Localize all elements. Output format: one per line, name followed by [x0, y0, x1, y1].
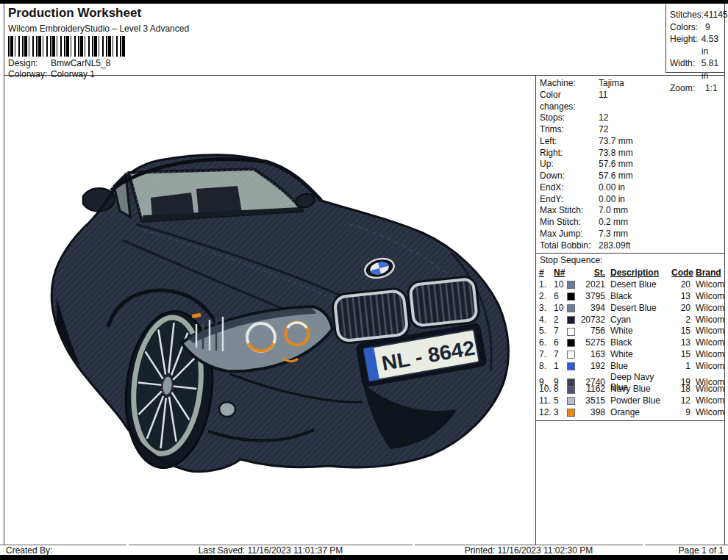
color-swatch [567, 409, 575, 417]
row-stitches: 5275 [579, 337, 605, 348]
fog-light [219, 402, 235, 417]
stop-sequence-row: 8.1192Blue1Wilcom [536, 360, 724, 372]
stop-sequence-label: Stop Sequence: [536, 254, 724, 266]
summary-label: Height: [670, 33, 702, 57]
machine-info-row: Min Stitch:0.2 mm [540, 217, 724, 229]
row-description: Cyan [605, 315, 671, 325]
row-n: 6 [554, 337, 567, 348]
info-value: 73.7 mm [599, 136, 633, 148]
row-stitches: 756 [579, 326, 605, 336]
machine-info-row: Down:57.6 mm [540, 170, 724, 182]
color-swatch [567, 397, 575, 405]
info-value: 7.0 mm [599, 205, 628, 217]
info-value: 57.6 mm [599, 159, 633, 170]
row-num: 6. [539, 337, 554, 348]
row-stitches: 20732 [579, 315, 605, 325]
color-swatch [567, 362, 575, 370]
info-label: Color changes: [540, 90, 599, 113]
stop-sequence-header: # N# St. Description Code Brand [536, 266, 724, 279]
color-swatch [567, 304, 575, 312]
colorway-value: Colorway 1 [51, 69, 95, 79]
created-by: Created By: [0, 545, 126, 555]
row-description: Desert Blue [605, 279, 671, 290]
stop-sequence-row: 4.220732Cyan2Wilcom [536, 314, 724, 326]
row-brand: Wilcom [690, 337, 724, 348]
color-swatch [567, 281, 575, 289]
info-label: Min Stitch: [540, 217, 599, 229]
col-n: N# [554, 268, 567, 278]
info-value: 0.2 mm [599, 217, 628, 229]
barcode-icon [8, 36, 126, 57]
info-label: Max Jump: [540, 229, 599, 240]
row-code: 18 [671, 384, 690, 394]
info-value: 0.00 in [599, 182, 625, 194]
row-num: 7. [539, 349, 554, 359]
stop-sequence-row: 3.10394Desert Blue20Wilcom [536, 302, 724, 314]
row-brand: Wilcom [690, 361, 724, 371]
info-label: Total Bobbin: [540, 240, 599, 252]
row-stitches: 394 [579, 303, 605, 313]
row-code: 15 [671, 326, 690, 336]
info-label: EndY: [540, 194, 599, 206]
stop-sequence-row: 2.63795Black13Wilcom [536, 290, 724, 302]
row-code: 20 [671, 279, 690, 290]
row-num: 2. [539, 291, 554, 301]
row-code: 13 [671, 337, 690, 348]
row-stitches: 1162 [579, 384, 605, 394]
row-n: 8 [554, 384, 567, 394]
row-stitches: 3515 [579, 395, 605, 406]
machine-info-row: Max Stitch:7.0 mm [540, 205, 724, 217]
info-value: 72 [599, 124, 608, 136]
machine-info-row: EndX:0.00 in [540, 182, 724, 194]
col-num: # [539, 268, 554, 278]
col-description: Description [605, 268, 671, 278]
page-title: Production Worksheet [8, 6, 141, 21]
summary-value: 41145 [704, 9, 727, 21]
color-swatch [567, 351, 575, 359]
info-value: 73.8 mm [599, 148, 633, 159]
row-description: White [605, 349, 671, 359]
summary-label: Stitches: [670, 9, 704, 21]
colorway-label: Colorway: [8, 69, 51, 79]
row-code: 13 [671, 291, 690, 301]
row-description: Black [605, 291, 671, 301]
stop-sequence-row: 9.92740Deep Navy Blue19Wilcom [536, 372, 724, 384]
stop-sequence-row: 5.7756White15Wilcom [536, 325, 724, 337]
info-label: EndX: [540, 182, 599, 194]
row-brand: Wilcom [690, 384, 724, 394]
info-value: 57.6 mm [599, 170, 633, 182]
stop-sequence-row: 1.102021Desert Blue20Wilcom [536, 279, 724, 290]
app-subtitle: Wilcom EmbroideryStudio – Level 3 Advanc… [8, 24, 189, 34]
machine-info-row: Left:73.7 mm [540, 136, 724, 148]
col-brand: Brand [690, 268, 724, 278]
row-brand: Wilcom [690, 395, 724, 406]
color-swatch [567, 292, 575, 301]
row-num: 8. [539, 361, 554, 371]
row-description: Powder Blue [605, 395, 671, 406]
info-label: Down: [540, 170, 599, 182]
row-code: 15 [671, 349, 690, 359]
row-num: 1. [539, 279, 554, 290]
info-value: 7.3 mm [599, 229, 628, 240]
row-stitches: 2021 [579, 279, 605, 290]
colorway-row: Colorway: Colorway 1 [8, 69, 95, 79]
color-swatch [567, 386, 575, 394]
left-mirror [83, 188, 114, 211]
info-value: Tajima [599, 78, 624, 90]
design-label: Design: [8, 58, 51, 68]
row-stitches: 192 [579, 361, 605, 371]
row-brand: Wilcom [690, 279, 724, 290]
summary-row: Stitches:41145 [670, 9, 725, 21]
row-n: 3 [554, 407, 567, 417]
row-code: 1 [671, 361, 690, 371]
machine-info-row: Total Bobbin:283.09ft [540, 240, 724, 252]
row-n: 10 [554, 303, 567, 313]
machine-info-row: Trims:72 [540, 124, 724, 136]
row-brand: Wilcom [690, 349, 724, 359]
machine-info-row: Machine:Tajima [540, 78, 724, 90]
row-n: 2 [554, 315, 567, 325]
bottom-border-bar [0, 555, 728, 560]
row-description: Desert Blue [605, 303, 671, 313]
summary-value: 9 [705, 21, 710, 34]
machine-info-row: Color changes:11 [540, 90, 724, 113]
